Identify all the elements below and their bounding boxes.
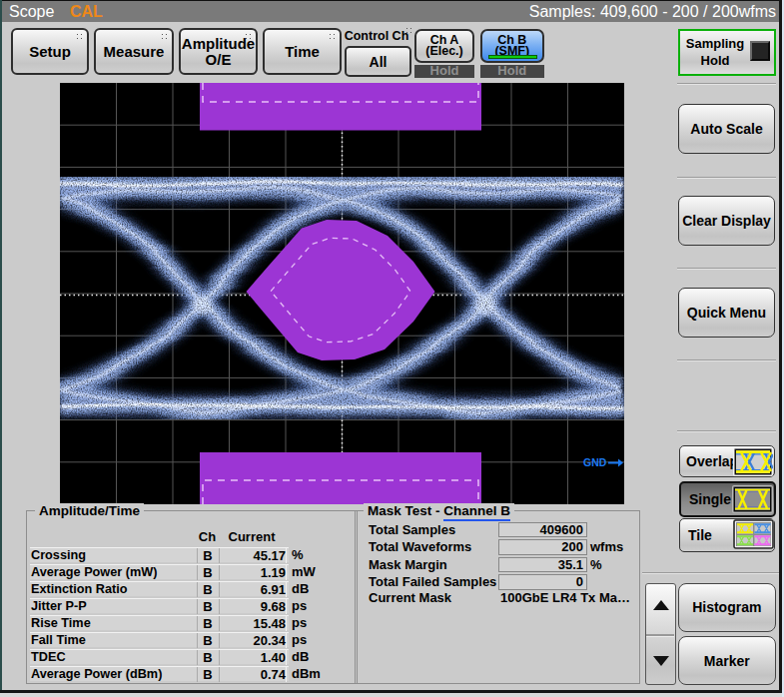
svg-text:GND: GND xyxy=(583,456,607,468)
